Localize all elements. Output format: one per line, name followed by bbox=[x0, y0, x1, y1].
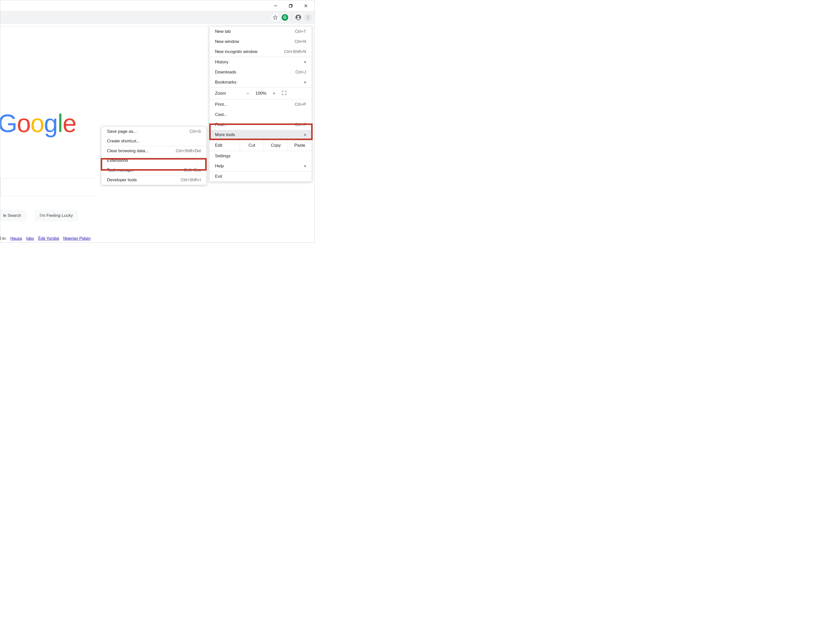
logo-letter: G bbox=[0, 109, 17, 138]
menu-label: Downloads bbox=[215, 70, 236, 75]
google-logo: Google bbox=[0, 109, 76, 138]
lang-prefix: l in: bbox=[0, 236, 6, 241]
edit-copy-button[interactable]: Copy bbox=[264, 140, 288, 151]
maximize-icon bbox=[289, 4, 292, 8]
lang-link[interactable]: Nigerian Pidgin bbox=[63, 236, 91, 241]
menu-cast[interactable]: Cast... bbox=[210, 109, 312, 120]
menu-label: Developer tools bbox=[107, 177, 137, 182]
submenu-extensions[interactable]: Extensions bbox=[101, 156, 206, 165]
menu-edit-row: Edit Cut Copy Paste bbox=[210, 140, 312, 151]
bookmark-star-button[interactable] bbox=[271, 13, 279, 21]
window-close-button[interactable] bbox=[298, 0, 314, 11]
feeling-lucky-button[interactable]: I'm Feeling Lucky bbox=[34, 210, 78, 221]
menu-accel: Ctrl+P bbox=[295, 102, 306, 107]
menu-label: New incognito window bbox=[215, 49, 257, 54]
menu-accel: Ctrl+N bbox=[294, 39, 306, 44]
menu-find[interactable]: Find...Ctrl+F bbox=[210, 120, 312, 130]
svg-point-9 bbox=[308, 18, 309, 19]
more-tools-submenu: Save page as...Ctrl+S Create shortcut...… bbox=[101, 127, 207, 185]
chrome-main-menu: New tabCtrl+T New windowCtrl+N New incog… bbox=[209, 26, 312, 182]
svg-point-7 bbox=[308, 16, 309, 16]
logo-letter: e bbox=[63, 109, 76, 138]
window-maximize-button[interactable] bbox=[283, 0, 298, 11]
menu-accel: Ctrl+Shift+N bbox=[284, 49, 306, 54]
menu-new-window[interactable]: New windowCtrl+N bbox=[210, 37, 312, 47]
menu-label: Help bbox=[215, 164, 224, 169]
more-vertical-icon bbox=[305, 15, 310, 20]
menu-bookmarks[interactable]: Bookmarks bbox=[210, 77, 312, 87]
edit-cut-button[interactable]: Cut bbox=[240, 140, 264, 151]
zoom-in-button[interactable]: + bbox=[269, 91, 279, 96]
close-icon bbox=[304, 4, 308, 8]
title-bar bbox=[0, 0, 314, 11]
submenu-task-manager[interactable]: Task managerShift+Esc bbox=[101, 165, 206, 175]
zoom-value: 100% bbox=[253, 91, 269, 96]
submenu-create-shortcut[interactable]: Create shortcut... bbox=[101, 136, 206, 146]
menu-label: Exit bbox=[215, 174, 222, 179]
profile-icon bbox=[295, 15, 301, 20]
lang-link[interactable]: Igbo bbox=[26, 236, 34, 241]
star-icon bbox=[273, 15, 278, 20]
menu-new-incognito[interactable]: New incognito windowCtrl+Shift+N bbox=[210, 47, 312, 57]
logo-letter: o bbox=[17, 109, 31, 138]
menu-label: Extensions bbox=[107, 158, 128, 163]
menu-print[interactable]: Print...Ctrl+P bbox=[210, 99, 312, 109]
lang-link[interactable]: Èdè Yorùbá bbox=[38, 236, 59, 241]
extension-badge-icon: G bbox=[282, 14, 288, 21]
menu-accel: Ctrl+Shift+I bbox=[181, 178, 201, 182]
logo-letter: o bbox=[30, 109, 44, 138]
menu-more-tools[interactable]: More tools bbox=[210, 130, 312, 140]
svg-point-6 bbox=[297, 16, 299, 18]
svg-rect-2 bbox=[289, 5, 292, 7]
language-row: l in: Hausa Igbo Èdè Yorùbá Nigerian Pid… bbox=[0, 236, 92, 241]
menu-history[interactable]: History bbox=[210, 57, 312, 67]
window-minimize-button[interactable] bbox=[268, 0, 283, 11]
menu-label: Find... bbox=[215, 122, 227, 127]
menu-label: Task manager bbox=[107, 168, 134, 173]
profile-button[interactable] bbox=[294, 13, 302, 21]
menu-label: History bbox=[215, 60, 228, 65]
menu-accel: Ctrl+Shift+Del bbox=[175, 149, 201, 153]
more-menu-button[interactable] bbox=[304, 13, 312, 21]
menu-settings[interactable]: Settings bbox=[210, 151, 312, 161]
submenu-save-page-as[interactable]: Save page as...Ctrl+S bbox=[101, 127, 206, 136]
submenu-arrow-icon bbox=[305, 61, 306, 63]
menu-accel: Ctrl+T bbox=[295, 29, 306, 34]
zoom-label: Zoom bbox=[215, 91, 243, 96]
svg-point-8 bbox=[308, 17, 309, 18]
menu-label: Settings bbox=[215, 153, 231, 159]
menu-label: More tools bbox=[215, 132, 235, 137]
menu-label: Create shortcut... bbox=[107, 138, 140, 144]
google-search-button[interactable]: le Search bbox=[0, 210, 26, 221]
minimize-icon bbox=[274, 4, 277, 8]
menu-label: New tab bbox=[215, 29, 231, 34]
browser-toolbar: G bbox=[0, 11, 314, 23]
menu-label: New window bbox=[215, 39, 239, 44]
menu-label: Save page as... bbox=[107, 129, 137, 134]
search-input[interactable] bbox=[0, 178, 96, 196]
menu-accel: Ctrl+F bbox=[295, 122, 306, 127]
edit-paste-button[interactable]: Paste bbox=[288, 140, 312, 151]
zoom-out-button[interactable]: − bbox=[243, 91, 253, 96]
logo-letter: l bbox=[57, 109, 63, 138]
submenu-clear-browsing-data[interactable]: Clear browsing data...Ctrl+Shift+Del bbox=[101, 146, 206, 156]
menu-zoom-row: Zoom − 100% + bbox=[210, 88, 312, 99]
menu-new-tab[interactable]: New tabCtrl+T bbox=[210, 26, 312, 37]
fullscreen-icon bbox=[282, 90, 287, 96]
lang-link[interactable]: Hausa bbox=[10, 236, 22, 241]
menu-accel: Shift+Esc bbox=[184, 168, 201, 172]
menu-help[interactable]: Help bbox=[210, 161, 312, 171]
menu-downloads[interactable]: DownloadsCtrl+J bbox=[210, 67, 312, 77]
menu-exit[interactable]: Exit bbox=[210, 171, 312, 182]
edit-label: Edit bbox=[210, 143, 240, 148]
menu-accel: Ctrl+S bbox=[190, 129, 201, 134]
toolbar-divider bbox=[291, 14, 292, 21]
logo-letter: g bbox=[44, 109, 57, 138]
menu-accel: Ctrl+J bbox=[296, 70, 306, 75]
submenu-developer-tools[interactable]: Developer toolsCtrl+Shift+I bbox=[101, 175, 206, 185]
menu-label: Print... bbox=[215, 102, 227, 107]
menu-label: Bookmarks bbox=[215, 80, 236, 85]
extension-grammarly-button[interactable]: G bbox=[281, 13, 289, 21]
submenu-arrow-icon bbox=[305, 133, 306, 136]
fullscreen-button[interactable] bbox=[282, 90, 287, 97]
